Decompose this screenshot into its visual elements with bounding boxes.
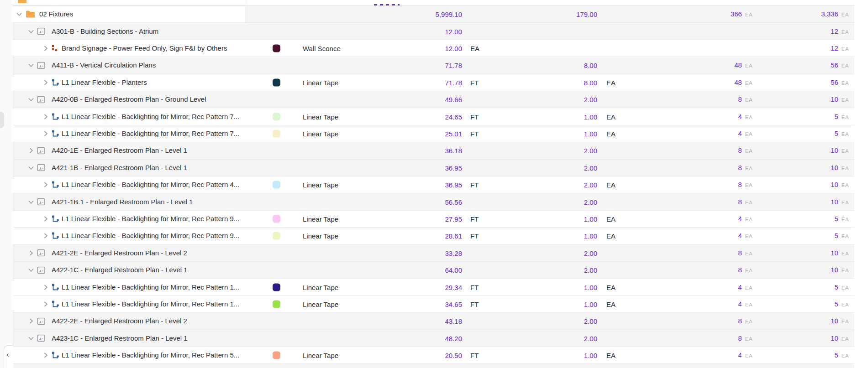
color-swatch[interactable] — [273, 113, 280, 120]
count-cell[interactable]: 2.00 — [514, 96, 597, 104]
count-cell[interactable]: 179.00 — [514, 10, 597, 18]
collapse-row-button[interactable] — [27, 96, 35, 103]
table-row[interactable]: L1 Linear Flexible - Backlighting for Mi… — [13, 296, 854, 313]
total-units-cell[interactable]: 10EA — [762, 198, 849, 206]
table-row[interactable] — [13, 364, 854, 368]
count-cell[interactable]: 1.00 — [514, 113, 597, 120]
table-row[interactable]: A421-1B.1 - Enlarged Restroom Plan - Lev… — [13, 193, 854, 210]
table-row[interactable]: A422-1C - Enlarged Restroom Plan - Level… — [13, 262, 854, 279]
count-cell[interactable]: 8.00 — [514, 62, 597, 69]
total-units-cell[interactable]: 10EA — [762, 164, 849, 172]
total-units-cell[interactable]: 56EA — [762, 78, 849, 87]
table-row[interactable]: A420-1E - Enlarged Restroom Plan - Level… — [13, 142, 854, 159]
total-parts-cell[interactable]: 8EA — [666, 249, 752, 257]
total-units-cell[interactable]: 12EA — [762, 27, 849, 36]
collapse-row-button[interactable] — [27, 62, 35, 69]
total-units-cell[interactable]: 10EA — [762, 181, 849, 189]
count-cell[interactable]: 2.00 — [514, 334, 597, 342]
total-units-cell[interactable]: 5EA — [762, 232, 849, 240]
quantity-cell[interactable]: 56.56 — [379, 198, 462, 206]
quantity-cell[interactable]: 49.66 — [379, 96, 462, 104]
total-units-cell[interactable]: 10EA — [762, 334, 849, 342]
count-cell[interactable]: 1.00 — [514, 130, 597, 137]
total-units-cell[interactable]: 10EA — [762, 266, 849, 274]
collapse-row-button[interactable] — [27, 164, 35, 171]
quantity-cell[interactable]: 25.01 — [379, 130, 462, 137]
total-units-cell[interactable]: 56EA — [762, 61, 849, 69]
count-cell[interactable]: 2.00 — [514, 198, 597, 206]
count-cell[interactable]: 2.00 — [514, 147, 597, 155]
total-parts-cell[interactable]: 8EA — [666, 164, 752, 172]
collapse-row-button[interactable] — [27, 266, 35, 274]
collapse-row-button[interactable] — [27, 198, 35, 206]
table-row[interactable]: A421-1B - Enlarged Restroom Plan - Level… — [13, 160, 854, 176]
quantity-cell[interactable]: 20.50 — [379, 352, 462, 359]
total-units-cell[interactable]: 5EA — [762, 113, 849, 121]
quantity-cell[interactable]: 24.65 — [379, 113, 462, 120]
quantity-cell[interactable]: 71.78 — [379, 78, 462, 86]
table-row[interactable]: L1 Linear Flexible - PlantersLinear Tape… — [13, 74, 854, 91]
count-cell[interactable]: 2.00 — [514, 164, 597, 171]
color-swatch[interactable] — [273, 300, 280, 308]
expand-row-button[interactable] — [27, 317, 35, 325]
expand-row-button[interactable] — [42, 284, 49, 291]
count-cell[interactable]: 2.00 — [514, 249, 597, 257]
total-parts-cell[interactable]: 4EA — [666, 351, 752, 359]
quantity-cell[interactable]: 43.18 — [379, 317, 462, 325]
table-row[interactable]: A422-2E - Enlarged Restroom Plan - Level… — [13, 313, 854, 330]
expand-row-button[interactable] — [42, 352, 49, 359]
expand-row-button[interactable] — [42, 301, 49, 308]
color-swatch[interactable] — [273, 130, 280, 137]
table-row[interactable]: A411-B - Vertical Circulation Plans71.78… — [13, 57, 854, 74]
quantity-cell[interactable]: 48.20 — [379, 334, 462, 342]
total-units-cell[interactable]: 5EA — [762, 215, 849, 223]
total-parts-cell[interactable]: 8EA — [666, 181, 752, 189]
total-parts-cell[interactable]: 4EA — [666, 113, 752, 121]
table-row[interactable] — [13, 0, 854, 6]
total-parts-cell[interactable]: 48EA — [666, 61, 752, 69]
collapse-row-button[interactable] — [27, 335, 35, 342]
quantity-cell[interactable]: 29.34 — [379, 283, 462, 291]
total-units-cell[interactable]: 5EA — [762, 351, 849, 359]
expand-row-button[interactable] — [42, 181, 49, 188]
expand-row-button[interactable] — [42, 232, 49, 239]
color-swatch[interactable] — [273, 352, 280, 359]
total-parts-cell[interactable]: 4EA — [666, 130, 752, 138]
quantity-cell[interactable]: 5,999.10 — [379, 10, 462, 18]
table-row[interactable]: A301-B - Building Sections - Atrium12.00… — [13, 23, 854, 40]
color-swatch[interactable] — [273, 181, 280, 189]
quantity-cell[interactable]: 27.95 — [379, 215, 462, 223]
table-row[interactable]: L1 Linear Flexible - Backlighting for Mi… — [13, 279, 854, 295]
collapse-row-button[interactable] — [27, 28, 35, 35]
quantity-cell[interactable]: 71.78 — [379, 62, 462, 69]
table-row[interactable]: L1 Linear Flexible - Backlighting for Mi… — [13, 228, 854, 244]
table-row[interactable]: 02 Fixtures5,999.10179.00366EA3,336EA — [13, 6, 854, 23]
total-parts-cell[interactable]: 8EA — [666, 198, 752, 206]
quantity-cell[interactable]: 12.00 — [379, 44, 462, 52]
count-cell[interactable]: 1.00 — [514, 352, 597, 359]
total-parts-cell[interactable]: 4EA — [666, 300, 752, 308]
table-row[interactable]: A423-1C - Enlarged Restroom Plan - Level… — [13, 330, 854, 347]
total-parts-cell[interactable]: 4EA — [666, 232, 752, 240]
total-parts-cell[interactable]: 8EA — [666, 317, 752, 325]
count-cell[interactable]: 8.00 — [514, 78, 597, 86]
total-units-cell[interactable]: 5EA — [762, 300, 849, 308]
quantity-cell[interactable]: 33.28 — [379, 249, 462, 257]
color-swatch[interactable] — [273, 283, 280, 291]
color-swatch[interactable] — [273, 215, 280, 223]
total-parts-cell[interactable]: 366EA — [666, 10, 752, 18]
expand-row-button[interactable] — [27, 249, 35, 257]
total-units-cell[interactable]: 10EA — [762, 249, 849, 257]
expand-row-button[interactable] — [42, 79, 49, 86]
expand-row-button[interactable] — [42, 45, 49, 52]
total-parts-cell[interactable]: 48EA — [666, 78, 752, 87]
color-swatch[interactable] — [273, 44, 280, 52]
quantity-cell[interactable]: 36.95 — [379, 164, 462, 171]
count-cell[interactable]: 1.00 — [514, 283, 597, 291]
total-parts-cell[interactable]: 8EA — [666, 146, 752, 155]
expand-row-button[interactable] — [42, 215, 49, 223]
table-row[interactable]: L1 Linear Flexible - Backlighting for Mi… — [13, 108, 854, 125]
quantity-cell[interactable]: 34.65 — [379, 300, 462, 308]
total-parts-cell[interactable]: 8EA — [666, 266, 752, 274]
count-cell[interactable]: 1.00 — [514, 232, 597, 240]
